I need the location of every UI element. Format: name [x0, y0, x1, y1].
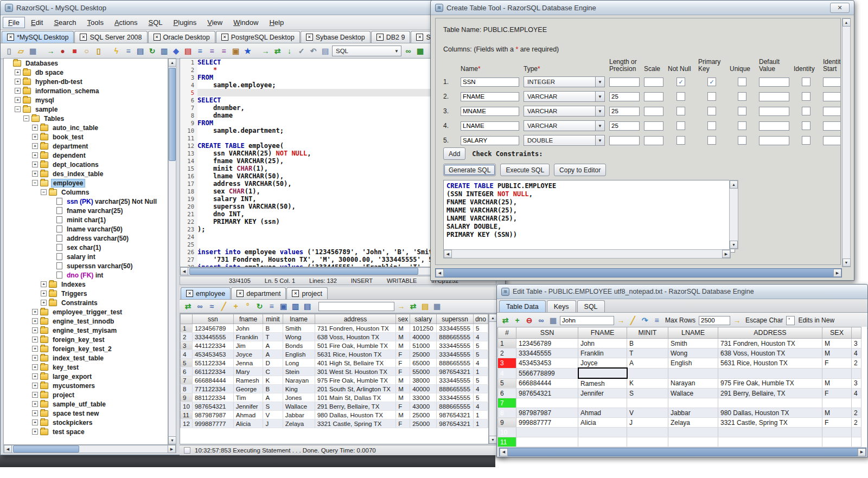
cell[interactable]: Wallace — [283, 402, 315, 411]
column-header[interactable]: address — [315, 314, 396, 324]
main-titlebar[interactable]: ≋ RazorSQL - MySQL Desktop — [1, 1, 505, 15]
cell[interactable]: 731 Fondren, Houston TX — [315, 324, 396, 333]
tree-hscroll-thumb[interactable] — [13, 445, 79, 453]
identity-checkbox[interactable] — [802, 136, 810, 145]
default-value-input[interactable] — [759, 92, 789, 101]
tree-item[interactable]: +dependent — [4, 151, 168, 160]
scroll-left-icon[interactable]: ◀ — [4, 445, 12, 453]
cell[interactable]: 2 — [852, 408, 861, 418]
cell[interactable]: 333445555 — [437, 341, 474, 350]
cell[interactable]: 5 — [473, 324, 488, 333]
tree-item[interactable]: salary int — [4, 252, 168, 261]
column-header[interactable]: salary — [410, 314, 437, 324]
cell[interactable]: T — [627, 348, 668, 358]
cell[interactable] — [822, 428, 852, 437]
cell[interactable]: F — [822, 418, 852, 428]
cell[interactable] — [516, 398, 578, 408]
cell[interactable]: 333445555 — [437, 376, 474, 385]
expand-icon[interactable]: + — [32, 419, 38, 425]
scroll-left-icon[interactable]: ◀ — [444, 250, 452, 258]
length-input[interactable] — [609, 77, 640, 87]
tree-item[interactable]: +hyphen-db-test — [4, 77, 168, 86]
results-search-input[interactable] — [318, 302, 394, 311]
tree-item[interactable]: minit char(1) — [4, 215, 168, 224]
unique-checkbox[interactable] — [738, 136, 746, 145]
cell[interactable]: 999887777 — [192, 419, 233, 428]
search-input[interactable] — [560, 316, 614, 325]
column-type-dropdown[interactable]: DOUBLE▼ — [524, 135, 605, 146]
menu-help[interactable]: Help — [264, 17, 289, 28]
cell[interactable]: F — [822, 389, 852, 398]
cell[interactable]: Jennifer — [233, 402, 263, 411]
generated-sql-preview[interactable]: CREATE TABLE PUBLIC.EMPLOYEE(SSN INTEGER… — [443, 180, 735, 253]
cell[interactable] — [668, 428, 718, 437]
length-input[interactable] — [609, 92, 640, 101]
connection-tab-2[interactable]: ✕SQL Server 2008 — [74, 31, 147, 43]
column-header[interactable]: dno — [473, 314, 488, 324]
collapse-icon[interactable]: − — [32, 180, 38, 186]
cell[interactable]: F — [396, 419, 410, 428]
cell[interactable]: Jim — [233, 341, 263, 350]
identity-start-input[interactable] — [823, 107, 841, 116]
unique-checkbox[interactable] — [738, 121, 746, 130]
primary-key-checkbox[interactable] — [707, 136, 716, 145]
cell[interactable]: 980 Dallas, Houston TX — [315, 411, 396, 419]
tree-item[interactable]: +Constraints — [4, 298, 168, 307]
column-header[interactable]: fname — [233, 314, 263, 324]
cell[interactable] — [852, 428, 861, 437]
max-rows-go-icon[interactable]: → — [732, 315, 742, 326]
cell[interactable]: 301 West St. Houston TX — [315, 367, 396, 376]
identity-checkbox[interactable] — [802, 92, 810, 101]
expand-icon[interactable]: + — [32, 143, 38, 149]
row-number[interactable]: 6 — [498, 389, 516, 398]
cell[interactable]: 5631 Rice, Houston TX — [315, 350, 396, 359]
cell[interactable]: 453453453 — [192, 350, 233, 359]
column-header[interactable] — [852, 327, 861, 339]
default-value-input[interactable] — [759, 77, 789, 87]
cell[interactable]: F — [396, 367, 410, 376]
column-type-dropdown[interactable]: INTEGER▼ — [524, 76, 605, 87]
cell[interactable]: 3 — [852, 378, 861, 389]
window-vscrollbar[interactable]: ▲ ▼ — [842, 18, 851, 267]
column-name-input[interactable] — [461, 107, 519, 116]
expand-icon[interactable]: + — [32, 410, 38, 416]
cell[interactable]: Joyce — [233, 350, 263, 359]
add-button[interactable]: Add — [443, 147, 465, 160]
scroll-left-icon[interactable]: ◀ — [436, 269, 444, 277]
identity-checkbox[interactable] — [802, 121, 810, 130]
view-data-icon[interactable]: ∞ — [536, 315, 546, 326]
collapse-icon[interactable]: − — [23, 115, 29, 121]
row-number[interactable]: 9 — [498, 418, 516, 428]
cell[interactable]: B — [263, 324, 283, 333]
cell[interactable]: 25000 — [410, 350, 437, 359]
cell[interactable]: Alicia — [578, 418, 627, 428]
column-header[interactable]: SEX — [822, 327, 852, 339]
primary-key-checkbox[interactable]: ✓ — [707, 77, 716, 86]
generate-sql-button[interactable]: Generate SQL — [443, 164, 496, 176]
cell[interactable]: M — [396, 376, 410, 385]
tree-item[interactable]: +foreign_key_test_2 — [4, 344, 168, 353]
cell[interactable] — [852, 398, 861, 408]
cell[interactable]: 40000 — [410, 385, 437, 393]
column-type-dropdown[interactable]: VARCHAR▼ — [524, 91, 605, 102]
column-header[interactable]: ADDRESS — [718, 327, 822, 339]
describe-table-icon[interactable]: ≡ — [123, 46, 133, 56]
cell[interactable]: Ramesh — [578, 378, 627, 389]
cell[interactable]: M — [822, 339, 852, 348]
cell[interactable]: 888665555 — [437, 359, 474, 367]
cell[interactable]: Ramesh — [233, 376, 263, 385]
cell[interactable]: George — [233, 385, 263, 393]
filter-icon[interactable]: ≈ — [207, 301, 217, 312]
cell[interactable]: 101250 — [410, 324, 437, 333]
column-header[interactable]: lname — [283, 314, 315, 324]
default-value-input[interactable] — [759, 107, 789, 116]
expand-icon[interactable]: + — [32, 392, 38, 398]
cell[interactable]: 987654321 — [192, 402, 233, 411]
cell[interactable]: 987654321 — [437, 411, 474, 419]
cell[interactable]: Long — [283, 359, 315, 367]
highlight-icon[interactable]: ╱ — [628, 315, 638, 326]
row-number[interactable]: 9 — [181, 393, 193, 402]
create-table-titlebar[interactable]: ≋ Create Table Tool - RazorSQL Database … — [431, 1, 854, 15]
unique-checkbox[interactable] — [738, 107, 746, 115]
scroll-down-icon[interactable]: ▼ — [489, 436, 497, 444]
